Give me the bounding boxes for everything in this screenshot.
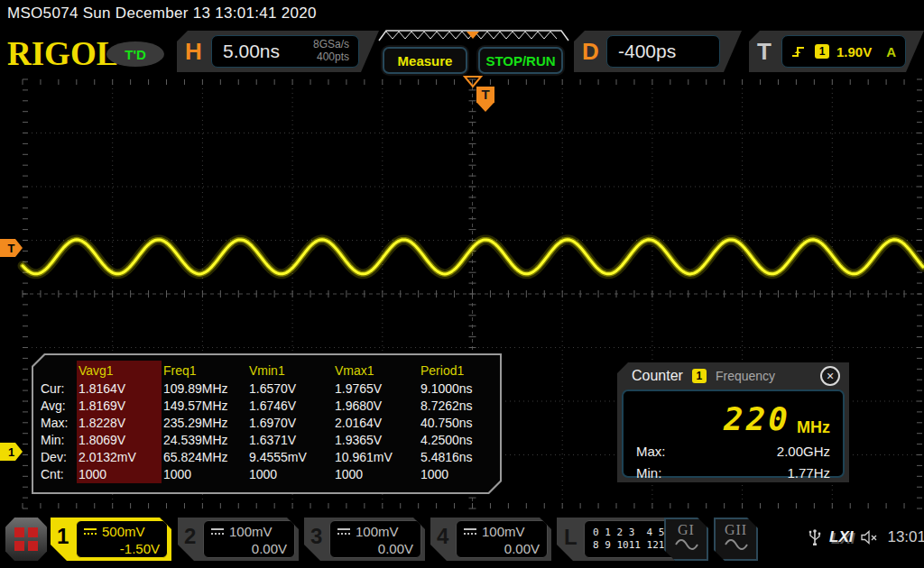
horizontal-timebase-box[interactable]: H 5.00ns 8GSa/s 400pts bbox=[177, 31, 379, 72]
counter-frequency-unit: MHz bbox=[797, 418, 830, 437]
measure-value: 9.4555mV bbox=[247, 449, 333, 466]
menu-grid-icon bbox=[14, 527, 38, 551]
trigger-level-value: 1.90V bbox=[836, 44, 872, 60]
counter-min-value: 1.77Hz bbox=[787, 465, 830, 481]
measure-corner-cell bbox=[39, 361, 77, 380]
counter-mode: Frequency bbox=[716, 369, 775, 383]
sine-icon bbox=[675, 538, 698, 551]
counter-title: Counter bbox=[632, 368, 683, 384]
measurement-row: Avg:1.8169V149.57MHz1.6746V1.9680V8.7262… bbox=[39, 398, 500, 415]
measure-value: 2.0164V bbox=[333, 415, 419, 432]
measure-header: Vavg1 bbox=[77, 361, 162, 380]
measure-value: 1.9365V bbox=[333, 432, 419, 449]
measure-value: 8.7262ns bbox=[419, 398, 494, 415]
measure-value: 1.8169V bbox=[77, 398, 162, 415]
channel-1-badge[interactable]: 1 500mV -1.50V bbox=[51, 518, 171, 561]
speaker-muted-icon[interactable] bbox=[861, 530, 879, 545]
counter-panel: Counter 1 Frequency × 220 MHz Max: 2.00G… bbox=[617, 362, 849, 482]
dc-coupling-icon bbox=[464, 528, 476, 535]
measure-value: 1.6371V bbox=[247, 432, 333, 449]
trigger-box[interactable]: T 1 1.90V A bbox=[749, 31, 924, 72]
dc-coupling-icon bbox=[84, 528, 97, 535]
channel-3-badge[interactable]: 3 100mV 0.00V bbox=[304, 518, 425, 561]
stop-run-button[interactable]: STOP/RUN bbox=[478, 47, 563, 74]
menu-button[interactable] bbox=[5, 518, 47, 561]
generator-1-button[interactable]: GI bbox=[664, 518, 708, 561]
measure-value: 40.750ns bbox=[419, 415, 494, 432]
channel-4-badge[interactable]: 4 100mV 0.00V bbox=[430, 518, 551, 561]
measure-value: 1000 bbox=[77, 466, 162, 483]
trigger-sweep-mode: A bbox=[886, 44, 896, 60]
measurement-panel[interactable]: Vavg1 Freq1 Vmin1 Vmax1 Period1 Cur:1.81… bbox=[32, 353, 502, 494]
measure-header: Period1 bbox=[419, 361, 494, 380]
counter-min-label: Min: bbox=[636, 465, 661, 481]
measure-row-label: Min: bbox=[39, 432, 77, 449]
dc-coupling-icon bbox=[337, 528, 350, 535]
generator-2-button[interactable]: GII bbox=[714, 518, 758, 561]
trigger-source-badge: 1 bbox=[815, 44, 829, 59]
measure-value: 24.539MHz bbox=[162, 432, 247, 449]
delay-box[interactable]: D -400ps bbox=[574, 31, 742, 72]
channel-2-offset: 0.00V bbox=[211, 540, 287, 557]
measure-row-label: Avg: bbox=[39, 398, 77, 415]
channel-3-scale: 100mV bbox=[356, 523, 399, 540]
close-icon[interactable]: × bbox=[820, 366, 840, 386]
measure-value: 1.9765V bbox=[333, 380, 419, 398]
usb-icon bbox=[808, 528, 821, 546]
delay-value: -400ps bbox=[607, 41, 676, 62]
counter-source-badge: 1 bbox=[692, 369, 707, 383]
measure-value: 235.29MHz bbox=[162, 415, 247, 432]
measure-header: Vmax1 bbox=[333, 361, 419, 380]
measurement-row: Cur:1.8164V109.89MHz1.6570V1.9765V9.1000… bbox=[39, 380, 500, 398]
sine-icon bbox=[725, 538, 748, 551]
measure-row-label: Dev: bbox=[39, 449, 77, 466]
measurement-row: Min:1.8069V24.539MHz1.6371V1.9365V4.2500… bbox=[39, 432, 500, 449]
measure-value: 149.57MHz bbox=[162, 398, 247, 415]
channel-2-badge[interactable]: 2 100mV 0.00V bbox=[178, 518, 299, 561]
dc-coupling-icon bbox=[211, 528, 224, 535]
measure-value: 4.2500ns bbox=[419, 432, 494, 449]
measure-value: 2.0132mV bbox=[77, 449, 162, 466]
trigger-position-strip[interactable] bbox=[377, 29, 570, 45]
measurement-row: Dev:2.0132mV65.824MHz9.4555mV10.961mV5.4… bbox=[39, 449, 500, 466]
trigger-label: T bbox=[757, 38, 772, 66]
channel-2-scale: 100mV bbox=[229, 523, 273, 540]
channel-3-offset: 0.00V bbox=[337, 540, 413, 557]
measure-value: 1.8069V bbox=[77, 432, 162, 449]
measure-value: 65.824MHz bbox=[162, 449, 247, 466]
measure-row-label: Cnt: bbox=[39, 466, 77, 483]
measure-value: 1.8164V bbox=[77, 380, 162, 398]
measure-value: 9.1000ns bbox=[419, 380, 494, 398]
lxi-logo: LXI bbox=[829, 528, 853, 546]
horizontal-label: H bbox=[185, 38, 202, 66]
channel-1-offset: -1.50V bbox=[84, 540, 160, 557]
measure-value: 1000 bbox=[247, 466, 333, 483]
measure-row-label: Max: bbox=[39, 415, 77, 432]
channel-1-scale: 500mV bbox=[102, 523, 145, 540]
rigol-logo: RIGOL bbox=[7, 34, 118, 73]
measure-value: 1.8228V bbox=[77, 415, 162, 432]
trigger-position-triangle-icon[interactable] bbox=[463, 76, 483, 88]
measure-value: 1.9680V bbox=[333, 398, 419, 415]
trigger-edge-icon bbox=[791, 44, 808, 59]
measure-header: Vmin1 bbox=[247, 361, 333, 380]
measure-value: 10.961mV bbox=[333, 449, 419, 466]
timebase-scale: 5.00ns bbox=[212, 41, 280, 62]
clock-time: 13:01 bbox=[887, 528, 924, 546]
measure-row-label: Cur: bbox=[39, 380, 77, 398]
counter-max-label: Max: bbox=[636, 444, 666, 459]
sample-rate: 8GSa/s 400pts bbox=[313, 39, 358, 64]
measure-header: Freq1 bbox=[162, 361, 247, 380]
measure-value: 1.6970V bbox=[247, 415, 333, 432]
measurement-row: Max:1.8228V235.29MHz1.6970V2.0164V40.750… bbox=[39, 415, 500, 432]
measure-button[interactable]: Measure bbox=[383, 47, 467, 74]
measure-value: 1.6570V bbox=[247, 380, 333, 398]
channel-4-scale: 100mV bbox=[482, 523, 525, 540]
triggered-status-badge: T'D bbox=[106, 41, 164, 67]
measure-value: 1000 bbox=[333, 466, 419, 483]
delay-label: D bbox=[582, 38, 599, 66]
measure-value: 109.89MHz bbox=[162, 380, 247, 398]
measure-value: 1000 bbox=[419, 466, 494, 483]
measurement-row: Cnt:10001000100010001000 bbox=[39, 466, 500, 483]
channel-4-offset: 0.00V bbox=[464, 540, 540, 557]
